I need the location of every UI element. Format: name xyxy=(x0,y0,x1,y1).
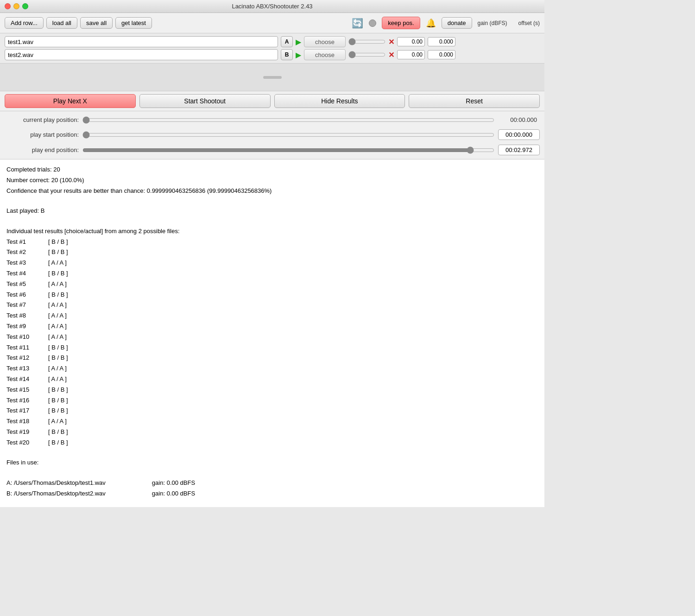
test-num: Test #9 xyxy=(6,322,39,331)
individual-header: Individual test results [choice/actual] … xyxy=(6,227,538,236)
minimize-button[interactable] xyxy=(13,3,19,9)
completed-trials: Completed trials: 20 xyxy=(6,165,538,175)
confidence: Confidence that your results are better … xyxy=(6,186,538,196)
test-result-item: Test #11[ B / B ] xyxy=(6,343,538,353)
test-num: Test #6 xyxy=(6,290,39,300)
offset-value-a[interactable] xyxy=(428,37,455,46)
test-result: [ B / B ] xyxy=(48,427,68,437)
current-position-slider[interactable] xyxy=(82,116,494,124)
test-result: [ B / B ] xyxy=(48,353,68,363)
file-a-gain: gain: 0.00 dBFS xyxy=(152,478,195,488)
hide-results-button[interactable]: Hide Results xyxy=(274,94,405,108)
test-result-item: Test #6[ B / B ] xyxy=(6,290,538,300)
test-num: Test #11 xyxy=(6,343,39,353)
end-position-label: play end position: xyxy=(5,146,79,153)
test-result: [ A / A ] xyxy=(48,300,67,310)
get-latest-button[interactable]: get latest xyxy=(115,17,152,29)
remove-button-b[interactable]: ✕ xyxy=(388,51,394,59)
end-position-row: play end position: xyxy=(5,145,540,155)
test-result-item: Test #8[ A / A ] xyxy=(6,311,538,321)
gain-value-a[interactable] xyxy=(397,37,425,46)
test-num: Test #19 xyxy=(6,427,39,437)
test-num: Test #13 xyxy=(6,364,39,374)
sync-icon: 🔄 xyxy=(352,18,363,29)
test-result-item: Test #1[ B / B ] xyxy=(6,237,538,247)
add-row-button[interactable]: Add row... xyxy=(5,17,44,29)
start-position-label: play start position: xyxy=(5,131,79,138)
choose-button-a[interactable]: choose xyxy=(304,36,346,47)
test-num: Test #15 xyxy=(6,385,39,395)
test-result: [ A / A ] xyxy=(48,417,67,426)
files-in-use-header: Files in use: xyxy=(6,458,538,468)
divider-area xyxy=(0,64,544,91)
results-area: Completed trials: 20 Number correct: 20 … xyxy=(0,159,544,507)
test-num: Test #1 xyxy=(6,237,39,247)
gain-label: gain (dBFS) xyxy=(478,20,507,26)
start-position-time[interactable] xyxy=(498,129,540,140)
load-all-button[interactable]: load all xyxy=(46,17,77,29)
test-num: Test #10 xyxy=(6,332,39,342)
test-result-item: Test #3[ A / A ] xyxy=(6,258,538,268)
divider-handle[interactable] xyxy=(263,76,282,79)
donate-button[interactable]: donate xyxy=(442,17,472,29)
remove-button-a[interactable]: ✕ xyxy=(388,38,394,46)
test-result-item: Test #18[ A / A ] xyxy=(6,417,538,426)
end-position-slider[interactable] xyxy=(82,146,494,154)
title-bar: Lacinato ABX/Shootouter 2.43 xyxy=(0,0,544,13)
current-position-time: 00:00.000 xyxy=(498,115,540,125)
file-row-a: A ▶ choose ✕ xyxy=(5,36,540,47)
window-controls xyxy=(5,3,28,9)
play-next-x-button[interactable]: Play Next X xyxy=(5,94,136,108)
test-result: [ B / B ] xyxy=(48,237,68,247)
files-in-use-right: gain: 0.00 dBFS gain: 0.00 dBFS xyxy=(152,478,195,500)
file-b-path: B: /Users/Thomas/Desktop/test2.wav xyxy=(6,489,106,499)
play-button-a[interactable]: ▶ xyxy=(296,38,301,46)
start-position-row: play start position: xyxy=(5,129,540,140)
test-num: Test #2 xyxy=(6,248,39,257)
file-a-path: A: /Users/Thomas/Desktop/test1.wav xyxy=(6,478,106,488)
number-correct: Number correct: 20 (100.0%) xyxy=(6,176,538,185)
test-result: [ B / B ] xyxy=(48,290,68,300)
test-result-item: Test #12[ B / B ] xyxy=(6,353,538,363)
reset-button[interactable]: Reset xyxy=(409,94,540,108)
test-result-item: Test #9[ A / A ] xyxy=(6,322,538,331)
test-result-item: Test #7[ A / A ] xyxy=(6,300,538,310)
test-result: [ B / B ] xyxy=(48,269,68,279)
gain-slider-a[interactable] xyxy=(348,38,385,45)
file-input-a[interactable] xyxy=(5,36,278,47)
test-result: [ B / B ] xyxy=(48,343,68,353)
test-result: [ A / A ] xyxy=(48,332,67,342)
save-all-button[interactable]: save all xyxy=(80,17,113,29)
test-result-item: Test #2[ B / B ] xyxy=(6,248,538,257)
start-position-slider[interactable] xyxy=(82,131,494,139)
play-button-b[interactable]: ▶ xyxy=(296,51,301,59)
test-result: [ B / B ] xyxy=(48,396,68,406)
test-result: [ B / B ] xyxy=(48,438,68,448)
window-title: Lacinato ABX/Shootouter 2.43 xyxy=(232,3,312,10)
last-played: Last played: B xyxy=(6,206,538,216)
file-rows: A ▶ choose ✕ B ▶ choose ✕ xyxy=(0,33,544,64)
ab-button-b[interactable]: B xyxy=(281,49,293,60)
test-result: [ A / A ] xyxy=(48,258,67,268)
end-position-time[interactable] xyxy=(498,145,540,155)
controls-bar: Play Next X Start Shootout Hide Results … xyxy=(0,91,544,111)
start-shootout-button[interactable]: Start Shootout xyxy=(139,94,271,108)
offset-value-b[interactable] xyxy=(428,50,455,59)
test-result-item: Test #10[ A / A ] xyxy=(6,332,538,342)
test-result: [ B / B ] xyxy=(48,248,68,257)
ab-button-a[interactable]: A xyxy=(281,36,293,47)
file-input-b[interactable] xyxy=(5,49,278,60)
test-result-item: Test #15[ B / B ] xyxy=(6,385,538,395)
test-result-item: Test #4[ B / B ] xyxy=(6,269,538,279)
test-num: Test #12 xyxy=(6,353,39,363)
choose-button-b[interactable]: choose xyxy=(304,49,346,60)
gain-value-b[interactable] xyxy=(397,50,425,59)
gain-slider-b[interactable] xyxy=(348,51,385,58)
test-result: [ B / B ] xyxy=(48,385,68,395)
close-button[interactable] xyxy=(5,3,11,9)
test-num: Test #8 xyxy=(6,311,39,321)
maximize-button[interactable] xyxy=(22,3,28,9)
toolbar-right: 🔄 keep pos. 🔔 donate gain (dBFS) offset … xyxy=(352,17,540,29)
test-result-item: Test #13[ A / A ] xyxy=(6,364,538,374)
keep-pos-button[interactable]: keep pos. xyxy=(382,17,420,29)
